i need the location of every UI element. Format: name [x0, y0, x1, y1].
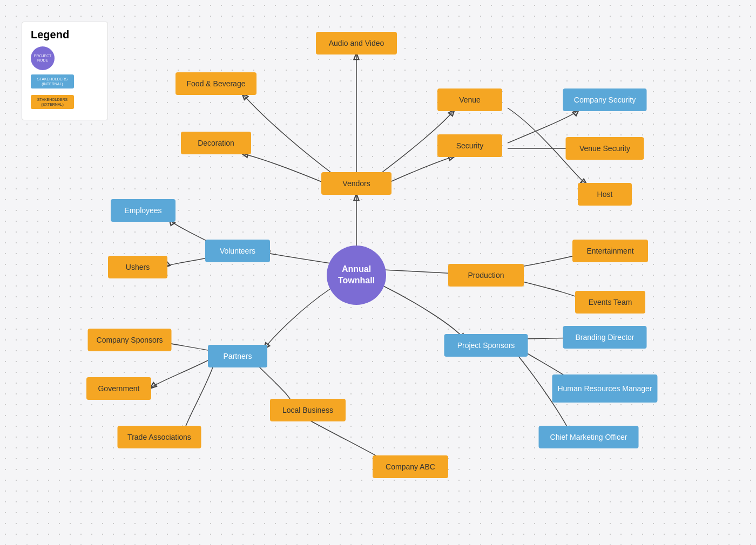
legend-orange-item: STAKEHOLDERS(EXTERNAL)	[31, 93, 99, 109]
node-government: Government	[86, 377, 151, 400]
node-food-beverage: Food & Beverage	[176, 72, 256, 95]
node-security: Security	[437, 134, 502, 157]
node-company-security: Company Security	[563, 88, 647, 111]
node-ushers: Ushers	[108, 256, 167, 278]
node-project-sponsors: Project Sponsors	[444, 334, 528, 357]
node-company-sponsors: Company Sponsors	[88, 329, 172, 351]
legend-circle: PROJECTNODE	[31, 46, 55, 70]
center-node: AnnualTownhall	[327, 246, 386, 305]
legend-panel: Legend PROJECTNODE STAKEHOLDERS(INTERNAL…	[22, 22, 108, 120]
legend-blue-item: STAKEHOLDERS(INTERNAL)	[31, 74, 99, 88]
node-cmo: Chief Marketing Officer	[539, 426, 639, 448]
node-company-abc: Company ABC	[373, 455, 448, 478]
node-production: Production	[448, 264, 524, 287]
node-employees: Employees	[111, 199, 176, 222]
node-branding-director: Branding Director	[563, 326, 647, 349]
legend-circle-item: PROJECTNODE	[31, 46, 99, 70]
node-events-team: Events Team	[575, 291, 645, 314]
legend-orange-box: STAKEHOLDERS(EXTERNAL)	[31, 95, 74, 109]
legend-title: Legend	[31, 29, 99, 41]
node-partners: Partners	[208, 345, 267, 367]
node-entertainment: Entertainment	[572, 240, 648, 262]
node-venue: Venue	[437, 88, 502, 111]
node-hr-manager: Human Resources Manager	[552, 374, 657, 403]
node-venue-security: Venue Security	[566, 137, 644, 160]
node-decoration: Decoration	[181, 132, 251, 154]
node-local-business: Local Business	[270, 399, 346, 421]
node-vendors: Vendors	[321, 172, 392, 195]
legend-blue-box: STAKEHOLDERS(INTERNAL)	[31, 74, 74, 88]
node-host: Host	[578, 183, 632, 206]
legend-circle-label: PROJECTNODE	[34, 54, 52, 63]
node-audio-video: Audio and Video	[316, 32, 397, 54]
node-trade-associations: Trade Associations	[118, 426, 201, 448]
node-volunteers: Volunteers	[205, 240, 270, 262]
